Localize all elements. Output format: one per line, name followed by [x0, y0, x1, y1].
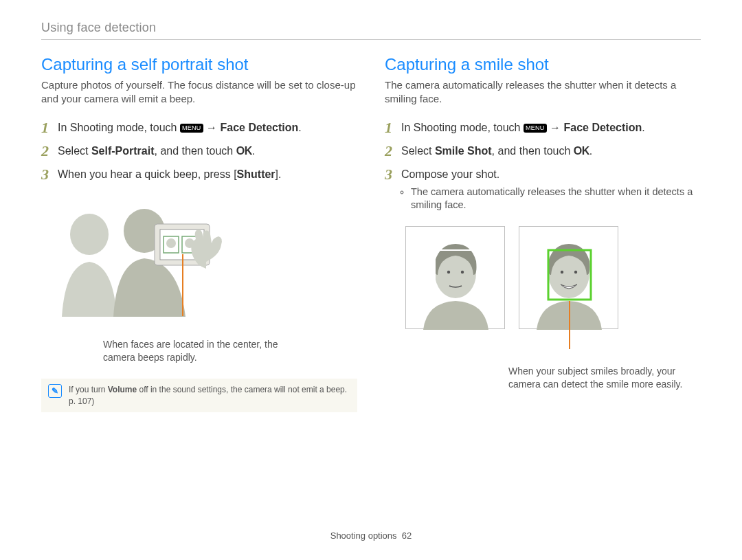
caption-smile: When your subject smiles broadly, your c…: [508, 365, 701, 391]
svg-point-5: [166, 238, 176, 248]
illustration-self-portrait: [41, 197, 357, 334]
svg-point-10: [461, 271, 464, 273]
svg-point-9: [447, 271, 450, 273]
smile-frame-smiling: [519, 226, 618, 329]
menu-icon: MENU: [524, 124, 547, 133]
illustration-smile: [385, 226, 701, 343]
note-text: If you turn Volume off in the sound sett…: [69, 384, 350, 406]
caption-self-portrait: When faces are located in the center, th…: [103, 338, 282, 364]
page-footer: Shooting options 62: [0, 530, 742, 541]
step-1: In Shooting mode, touch MENU → Face Dete…: [385, 116, 701, 139]
step-2: Select Self-Portrait, and then touch OK.: [41, 139, 357, 163]
step-3-sub: The camera automatically releases the sh…: [403, 186, 701, 212]
note-box: ✎ If you turn Volume off in the sound se…: [41, 379, 357, 412]
note-icon: ✎: [48, 384, 62, 398]
heading-smile-shot: Capturing a smile shot: [385, 55, 701, 74]
svg-point-0: [70, 214, 109, 255]
steps-self-portrait: In Shooting mode, touch MENU → Face Dete…: [41, 116, 357, 187]
callout-line: [182, 254, 183, 316]
callout-line: [569, 301, 570, 349]
breadcrumb: Using face detection: [41, 21, 701, 35]
svg-point-13: [561, 271, 563, 273]
step-3: When you hear a quick beep, press [Shutt…: [41, 163, 357, 186]
menu-icon: MENU: [180, 124, 203, 133]
footer-page-number: 62: [402, 530, 412, 541]
heading-self-portrait: Capturing a self portrait shot: [41, 55, 357, 74]
step-1: In Shooting mode, touch MENU → Face Dete…: [41, 116, 357, 139]
ok-icon: OK: [236, 145, 252, 157]
intro-self-portrait: Capture photos of yourself. The focus di…: [41, 78, 357, 107]
footer-section: Shooting options: [330, 530, 397, 541]
svg-point-14: [574, 271, 577, 273]
divider: [41, 39, 701, 40]
step-2: Select Smile Shot, and then touch OK.: [385, 139, 701, 163]
intro-smile-shot: The camera automatically releases the sh…: [385, 78, 701, 107]
selfie-illustration-svg: [41, 197, 234, 317]
column-smile-shot: Capturing a smile shot The camera automa…: [385, 55, 701, 412]
steps-smile-shot: In Shooting mode, touch MENU → Face Dete…: [385, 116, 701, 216]
column-self-portrait: Capturing a self portrait shot Capture p…: [41, 55, 357, 412]
ok-icon: OK: [574, 145, 589, 157]
smile-frame-neutral: [405, 226, 505, 329]
step-3: Compose your shot. The camera automatica…: [385, 163, 701, 216]
